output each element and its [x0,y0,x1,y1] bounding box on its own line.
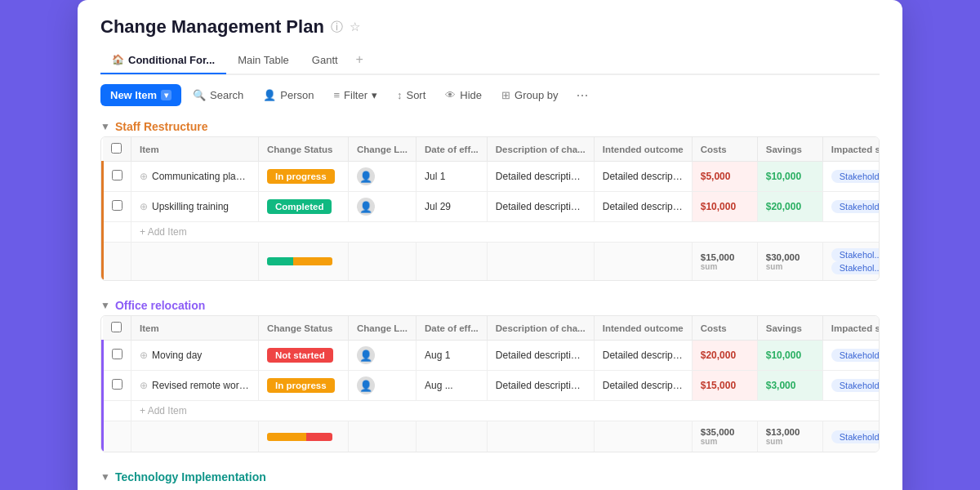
group-by-button[interactable]: ⊞ Group by [493,85,566,105]
filter-icon: ≡ [333,89,340,101]
chevron-down-icon: ▼ [100,300,110,311]
item-name: Moving day [152,350,202,361]
add-item-label[interactable]: + Add Item [131,222,880,243]
stakeholder-badge[interactable]: Stakeholder 1 [831,349,880,362]
savings-sum: $30,000 sum [757,243,822,281]
tab-main-label: Main Table [238,54,289,66]
tab-gantt[interactable]: Gantt [301,47,350,74]
header: Change Management Plan ⓘ ☆ 🏠 Conditional… [78,0,902,75]
add-item-label[interactable]: + Add Item [131,401,880,421]
pb-red [306,433,332,441]
stakeholder-badge[interactable]: Stakeholder 1 [831,379,880,392]
costs-cell: $5,000 [692,162,757,192]
row-checkbox [103,162,131,192]
new-item-button[interactable]: New Item ▾ [100,84,181,106]
date-cell: Aug ... [416,371,487,401]
staff-table: Item Change Status Change L... Date of e… [101,137,880,280]
item-name: Communicating plans by t... [152,171,250,182]
pb-green [267,257,293,265]
clock-icon[interactable]: ⊕ [140,350,148,361]
clock-icon[interactable]: ⊕ [140,201,148,212]
title-row: Change Management Plan ⓘ ☆ [100,16,880,38]
stakeholder1-cell: Stakeholder 1 [822,371,880,401]
hide-icon: 👁 [445,89,456,101]
sort-icon: ↕ [397,89,403,101]
group-technology: ▼ Technology Implementation [100,466,880,487]
add-item-row[interactable]: + Add Item [103,222,880,243]
person-avatar-icon: 👤 [357,376,375,394]
item-name: Revised remote working la... [152,380,250,391]
progress-bar [267,433,332,441]
clock-icon[interactable]: ⊕ [140,171,148,182]
costs-cell: $15,000 [692,371,757,401]
group-office-relocation: ▼ Office relocation Item Change Status C… [100,294,880,452]
person-avatar-icon: 👤 [357,346,375,364]
desc-cell: Detailed description o... [487,162,594,192]
status-badge[interactable]: Completed [267,199,332,214]
tab-conditional[interactable]: 🏠 Conditional For... [100,47,226,74]
clock-icon[interactable]: ⊕ [140,380,148,391]
add-item-row[interactable]: + Add Item [103,401,880,421]
search-icon: 🔍 [193,89,206,101]
stakeholder-sum-badge1: Stakehol... [831,248,880,261]
tabs-row: 🏠 Conditional For... Main Table Gantt + [100,46,880,75]
costs-cell: $10,000 [692,192,757,222]
header-change-l: Change L... [349,137,416,162]
row-select[interactable] [112,200,122,211]
hide-button[interactable]: 👁 Hide [437,85,490,105]
select-all-staff[interactable] [111,143,122,154]
group-staff-header[interactable]: ▼ Staff Restructure [100,115,880,136]
info-icon[interactable]: ⓘ [331,20,343,35]
person-avatar-icon: 👤 [357,198,375,216]
select-all-office[interactable] [111,322,122,332]
person-icon: 👤 [263,89,276,101]
group-office-title: Office relocation [115,299,205,312]
filter-button[interactable]: ≡ Filter ▾ [325,85,385,105]
table-row: ⊕ Moving day Not started 👤 Aug 1 [103,341,880,371]
app-container: Change Management Plan ⓘ ☆ 🏠 Conditional… [78,0,902,490]
header-costs: Costs [692,137,757,162]
group-office-header[interactable]: ▼ Office relocation [100,294,880,315]
group-technology-header[interactable]: ▼ Technology Implementation [100,466,880,487]
add-tab-button[interactable]: + [350,46,370,74]
pb-orange2 [287,433,306,441]
header-outcome: Intended outcome [594,137,692,162]
star-icon[interactable]: ☆ [350,20,360,34]
row-select[interactable] [112,349,122,359]
item-name-cell: ⊕ Upskilling training [131,192,259,222]
row-checkbox [103,371,131,401]
costs-sum: $35,000 sum [692,421,757,452]
progress-bar-cell [259,421,349,452]
hide-label: Hide [460,89,482,101]
search-button[interactable]: 🔍 Search [185,85,252,105]
row-select[interactable] [112,170,122,180]
new-item-dropdown-arrow[interactable]: ▾ [161,90,172,100]
status-badge[interactable]: In progress [267,169,335,184]
tab-main-table[interactable]: Main Table [226,47,301,74]
sort-button[interactable]: ↕ Sort [389,85,434,105]
header-item: Item [131,137,259,162]
outcome-cell: Detailed description o... [594,341,692,371]
savings-cell: $10,000 [757,341,822,371]
stakeholder-badge[interactable]: Stakeholder 1 [831,200,880,213]
item-name-cell: ⊕ Revised remote working la... [131,371,259,401]
status-badge[interactable]: Not started [267,348,333,363]
pb-orange2 [316,257,332,265]
status-cell: In progress [259,371,349,401]
header-change-status: Change Status [259,316,349,341]
stakeholders-sum: Stakeholder 1 [822,421,880,452]
group-by-label: Group by [514,89,558,101]
person-button[interactable]: 👤 Person [255,85,322,105]
change-l-cell: 👤 [349,341,416,371]
header-date: Date of eff... [416,316,487,341]
stakeholder-sum-badge2: Stakehol... [831,261,880,274]
row-select[interactable] [112,379,122,390]
status-badge[interactable]: In progress [267,378,335,393]
header-stakeholders: Impacted stakeholders [822,316,880,341]
group-technology-title: Technology Implementation [115,470,266,483]
more-options-button[interactable]: ··· [570,83,595,107]
header-outcome: Intended outcome [594,316,692,341]
stakeholder-badge[interactable]: Stakeholder 2 [831,170,880,183]
row-checkbox [103,341,131,371]
stakeholders-sum: Stakehol... Stakehol... [822,243,880,281]
